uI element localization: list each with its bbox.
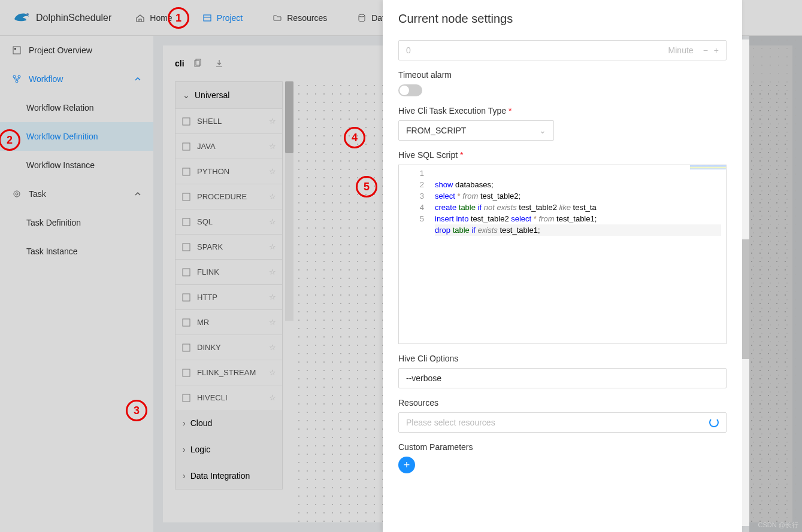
cli-options-value: --verbose xyxy=(406,373,441,383)
watermark: CSDN @长行 xyxy=(758,521,798,530)
plus-icon[interactable]: + xyxy=(714,45,719,55)
chevron-down-icon: ⌄ xyxy=(539,126,546,135)
canvas-right-strip xyxy=(749,36,802,532)
resources-placeholder: Please select resources xyxy=(406,418,495,427)
timeout-alarm-label: Timeout alarm xyxy=(398,70,727,80)
annotation-3: 3 xyxy=(126,400,147,421)
annotation-4: 4 xyxy=(344,127,365,148)
exec-type-label: Hive Cli Task Execution Type* xyxy=(398,106,727,115)
annotation-1: 1 xyxy=(168,7,189,29)
exec-type-value: FROM_SCRIPT xyxy=(406,126,466,135)
sql-editor[interactable]: 12345 show databases; select * from test… xyxy=(398,165,727,344)
editor-code[interactable]: show databases; select * from test_table… xyxy=(430,165,726,343)
cli-options-label: Hive Cli Options xyxy=(398,354,727,363)
resources-label: Resources xyxy=(398,398,727,408)
custom-params-label: Custom Parameters xyxy=(398,442,727,452)
annotation-5: 5 xyxy=(356,176,377,197)
timeout-value: 0 xyxy=(406,45,411,55)
minus-icon[interactable]: − xyxy=(703,45,708,55)
panel-title: Current node settings xyxy=(383,0,742,31)
resources-select[interactable]: Please select resources xyxy=(398,412,727,433)
cli-options-input[interactable]: --verbose xyxy=(398,368,727,388)
loading-spinner-icon xyxy=(709,418,719,427)
editor-minimap xyxy=(690,165,726,177)
add-param-button[interactable]: + xyxy=(398,457,415,473)
timeout-stepper[interactable]: 0 Minute −+ xyxy=(398,40,727,60)
exec-type-select[interactable]: FROM_SCRIPT ⌄ xyxy=(398,120,554,141)
editor-gutter: 12345 xyxy=(399,165,430,343)
panel-scrollbar-thumb[interactable] xyxy=(742,239,749,359)
sql-script-label: Hive SQL Script* xyxy=(398,150,727,160)
timeout-alarm-toggle[interactable] xyxy=(398,84,422,96)
timeout-unit: Minute xyxy=(668,45,694,55)
node-settings-panel: Current node settings 0 Minute −+ Timeou… xyxy=(383,0,742,532)
